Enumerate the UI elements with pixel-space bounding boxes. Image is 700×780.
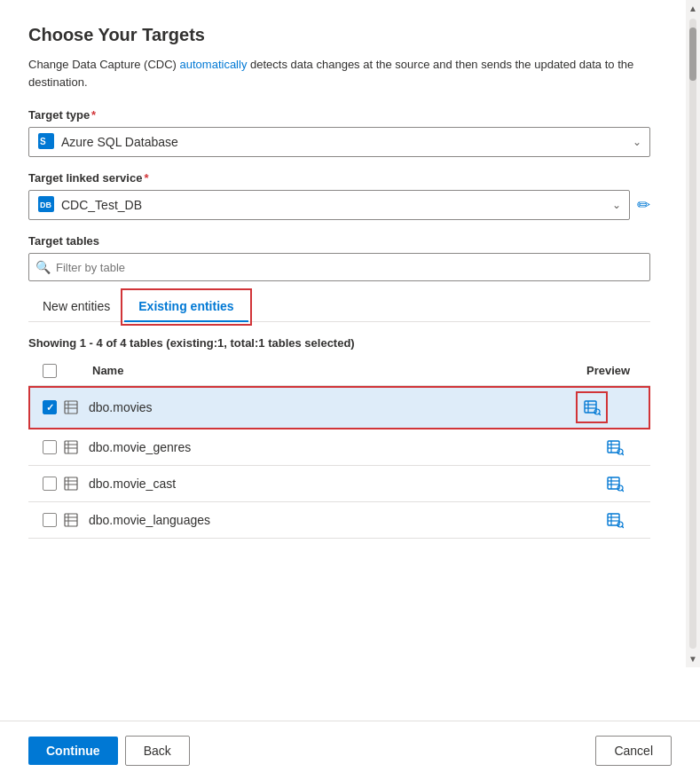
svg-rect-4 [65, 401, 77, 414]
linked-service-value: CDC_Test_DB [61, 198, 142, 212]
target-type-dropdown[interactable]: S Azure SQL Database [28, 127, 650, 157]
svg-text:DB: DB [40, 201, 51, 209]
filter-container: 🔍 [28, 253, 650, 281]
scrollbar[interactable]: ▲ ▼ [686, 0, 700, 667]
filter-input[interactable] [28, 253, 650, 281]
svg-line-33 [622, 490, 623, 491]
linked-service-dropdown-container: DB CDC_Test_DB ⌄ [28, 190, 630, 220]
header-preview: Preview [579, 364, 650, 378]
tab-new-entities[interactable]: New entities [28, 292, 124, 322]
target-tables-label: Target tables [28, 234, 650, 248]
target-type-label: Target type* [28, 108, 650, 122]
scroll-thumb[interactable] [689, 28, 696, 81]
header-checkbox-cell [28, 364, 57, 378]
description-highlight: automatically [180, 58, 248, 71]
row-3-name: dbo.movie_cast [85, 477, 579, 491]
header-icon-cell [57, 364, 85, 378]
table-header: Name Preview [28, 364, 650, 386]
back-button[interactable]: Back [125, 736, 190, 766]
row-2-name: dbo.movie_genres [85, 440, 579, 454]
row-3-preview-icon[interactable] [579, 475, 650, 492]
target-type-value: Azure SQL Database [61, 135, 178, 149]
row-2-preview-icon[interactable] [579, 438, 650, 456]
svg-rect-14 [65, 441, 77, 453]
svg-line-23 [622, 453, 623, 454]
showing-text: Showing 1 - 4 of 4 tables (existing:1, t… [28, 336, 650, 350]
page-title: Choose Your Targets [28, 25, 650, 45]
row-3-table-icon [57, 477, 85, 491]
target-linked-service-row: DB CDC_Test_DB ⌄ ✏ [28, 190, 650, 220]
svg-line-43 [622, 526, 623, 527]
footer: Continue Back Cancel [0, 721, 700, 780]
table-row: dbo.movie_cast [28, 466, 650, 502]
row-2-checkbox[interactable] [43, 440, 57, 454]
scroll-down-arrow[interactable]: ▼ [688, 650, 697, 667]
target-type-dropdown-container: S Azure SQL Database ⌄ [28, 127, 650, 157]
table-row: dbo.movie_languages [28, 502, 650, 539]
target-type-icon: S [38, 133, 54, 152]
row-1-table-icon [57, 400, 85, 414]
linked-service-edit-icon[interactable]: ✏ [637, 195, 650, 215]
svg-text:S: S [40, 137, 46, 146]
table-row: dbo.movies [28, 386, 650, 429]
row-checkbox-cell [28, 400, 57, 414]
linked-service-icon: DB [38, 196, 54, 215]
header-checkbox[interactable] [43, 364, 57, 378]
header-name: Name [85, 364, 579, 378]
row-1-checkbox[interactable] [43, 400, 57, 414]
row-4-checkbox[interactable] [43, 513, 57, 527]
scroll-up-arrow[interactable]: ▲ [688, 0, 697, 17]
row-checkbox-cell [28, 513, 57, 527]
target-type-chevron-icon: ⌄ [633, 136, 641, 148]
row-checkbox-cell [28, 440, 57, 454]
table-container: Name Preview dbo.movies [28, 364, 650, 539]
tab-existing-entities[interactable]: Existing entities [124, 292, 248, 322]
filter-search-icon: 🔍 [35, 260, 51, 274]
linked-service-chevron-icon: ⌄ [612, 199, 621, 211]
row-4-preview-icon[interactable] [579, 511, 650, 529]
row-4-name: dbo.movie_languages [85, 513, 579, 527]
svg-rect-24 [65, 477, 77, 490]
linked-service-dropdown[interactable]: DB CDC_Test_DB [28, 190, 630, 220]
continue-button[interactable]: Continue [28, 737, 118, 765]
row-checkbox-cell [28, 477, 57, 491]
row-1-preview-icon[interactable] [579, 395, 604, 420]
svg-line-13 [599, 414, 600, 414]
svg-rect-34 [65, 514, 77, 526]
main-content: ▲ ▼ Choose Your Targets Change Data Capt… [0, 0, 700, 721]
page-description: Change Data Capture (CDC) automatically … [28, 56, 650, 91]
row-3-checkbox[interactable] [43, 477, 57, 491]
target-linked-service-label: Target linked service* [28, 171, 650, 185]
row-4-table-icon [57, 513, 85, 527]
table-row: dbo.movie_genres [28, 429, 650, 466]
tabs-container: New entities Existing entities [28, 292, 650, 322]
cancel-button[interactable]: Cancel [595, 736, 672, 766]
row-2-table-icon [57, 440, 85, 454]
row-1-name: dbo.movies [85, 400, 579, 414]
